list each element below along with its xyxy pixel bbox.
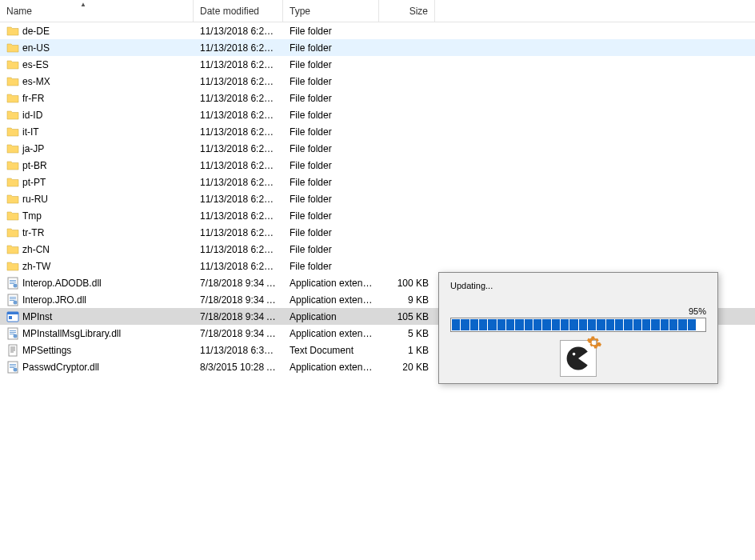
file-row[interactable]: de-DE11/13/2018 6:29 PMFile folder xyxy=(0,22,755,39)
svg-point-27 xyxy=(14,367,18,371)
file-type: File folder xyxy=(283,177,379,188)
file-row[interactable]: fr-FR11/13/2018 6:29 PMFile folder xyxy=(0,90,755,106)
file-row[interactable]: es-ES11/13/2018 6:29 PMFile folder xyxy=(0,56,755,73)
progress-percent-label: 95% xyxy=(450,306,706,316)
column-header-date[interactable]: Date modified xyxy=(194,0,283,22)
svg-rect-26 xyxy=(10,367,14,368)
svg-rect-2 xyxy=(10,282,16,282)
progress-segment xyxy=(452,319,460,330)
file-name: es-MX xyxy=(22,76,50,87)
file-row[interactable]: ja-JP11/13/2018 6:29 PMFile folder xyxy=(0,140,755,157)
svg-rect-1 xyxy=(10,280,16,281)
svg-point-17 xyxy=(14,334,18,338)
file-row[interactable]: pt-PT11/13/2018 6:29 PMFile folder xyxy=(0,174,755,190)
folder-icon xyxy=(6,176,19,189)
file-type: Application extens... xyxy=(283,328,379,339)
folder-icon xyxy=(6,42,19,54)
file-row[interactable]: id-ID11/13/2018 6:29 PMFile folder xyxy=(0,106,755,123)
file-name: pt-PT xyxy=(22,177,46,188)
file-type: File folder xyxy=(283,26,379,37)
file-date: 11/13/2018 6:29 PM xyxy=(194,244,283,255)
file-type: File folder xyxy=(283,42,379,54)
file-type: File folder xyxy=(283,261,379,272)
file-name: ja-JP xyxy=(22,143,44,154)
file-name: MPInst xyxy=(22,311,52,322)
file-date: 11/13/2018 6:29 PM xyxy=(194,227,283,238)
folder-icon xyxy=(6,226,19,239)
file-row[interactable]: it-IT11/13/2018 6:29 PMFile folder xyxy=(0,123,755,140)
progress-segment xyxy=(697,319,705,330)
column-header-type[interactable]: Type xyxy=(283,0,379,22)
file-date: 11/13/2018 6:29 PM xyxy=(194,93,283,104)
progress-segment xyxy=(669,319,677,330)
file-type: File folder xyxy=(283,143,379,154)
file-name: zh-CN xyxy=(22,244,50,255)
column-header-label: Type xyxy=(290,6,310,17)
progress-segment xyxy=(588,319,596,330)
folder-icon xyxy=(6,260,19,273)
file-type: File folder xyxy=(283,194,379,205)
file-type: File folder xyxy=(283,126,379,138)
folder-icon xyxy=(6,58,19,71)
gear-icon xyxy=(586,334,602,350)
file-name: PasswdCryptor.dll xyxy=(22,362,99,373)
progress-segment xyxy=(470,319,478,330)
svg-point-9 xyxy=(14,300,18,304)
file-size: 9 KB xyxy=(379,294,435,306)
column-header-label: Size xyxy=(409,6,428,17)
folder-icon xyxy=(6,210,19,222)
file-row[interactable]: tr-TR11/13/2018 6:29 PMFile folder xyxy=(0,224,755,241)
svg-rect-25 xyxy=(10,366,16,366)
file-row[interactable]: Tmp11/13/2018 6:29 PMFile folder xyxy=(0,207,755,224)
file-name: Interop.ADODB.dll xyxy=(22,278,102,289)
file-date: 11/13/2018 6:29 PM xyxy=(194,210,283,222)
file-name: en-US xyxy=(22,42,50,54)
file-type: File folder xyxy=(283,210,379,222)
file-type: File folder xyxy=(283,76,379,87)
progress-segment xyxy=(533,319,541,330)
file-date: 8/3/2015 10:28 AM xyxy=(194,362,283,373)
file-name: de-DE xyxy=(22,26,50,37)
file-date: 11/13/2018 6:29 PM xyxy=(194,26,283,37)
file-row[interactable]: pt-BR11/13/2018 6:29 PMFile folder xyxy=(0,157,755,174)
progress-segment xyxy=(579,319,587,330)
file-name: Tmp xyxy=(22,210,42,222)
dll-icon xyxy=(6,361,19,374)
svg-rect-3 xyxy=(10,283,14,284)
file-name: zh-TW xyxy=(22,261,50,272)
folder-icon xyxy=(6,126,19,138)
dialog-icon-wrap xyxy=(450,340,706,377)
progress-segment xyxy=(461,319,469,330)
progress-segment xyxy=(515,319,523,330)
svg-rect-7 xyxy=(10,298,16,299)
folder-icon xyxy=(6,92,19,105)
progress-segment xyxy=(569,319,577,330)
file-name: id-ID xyxy=(22,110,42,121)
folder-icon xyxy=(6,25,19,38)
column-headers: Name ▲ Date modified Type Size xyxy=(0,0,755,22)
file-size: 105 KB xyxy=(379,311,435,322)
file-type: File folder xyxy=(283,160,379,171)
file-date: 7/18/2018 9:34 AM xyxy=(194,311,283,322)
svg-rect-15 xyxy=(10,332,16,333)
file-row[interactable]: zh-CN11/13/2018 6:29 PMFile folder xyxy=(0,241,755,258)
file-name: es-ES xyxy=(22,59,49,70)
progress-bar xyxy=(450,318,706,332)
file-type: File folder xyxy=(283,59,379,70)
file-row[interactable]: en-US11/13/2018 6:29 PMFile folder xyxy=(0,39,755,56)
file-date: 11/13/2018 6:29 PM xyxy=(194,143,283,154)
column-header-label: Date modified xyxy=(200,6,259,17)
file-type: Text Document xyxy=(283,345,379,356)
progress-segment xyxy=(488,319,496,330)
dll-icon xyxy=(6,294,19,306)
file-date: 11/13/2018 6:29 PM xyxy=(194,42,283,54)
column-header-name[interactable]: Name ▲ xyxy=(0,0,194,22)
progress-segment xyxy=(552,319,560,330)
file-row[interactable]: es-MX11/13/2018 6:29 PMFile folder xyxy=(0,73,755,90)
column-header-size[interactable]: Size xyxy=(379,0,435,22)
update-progress-dialog: Updating... 95% xyxy=(438,272,718,384)
app-icon xyxy=(6,310,19,323)
file-row[interactable]: ru-RU11/13/2018 6:29 PMFile folder xyxy=(0,190,755,207)
file-date: 11/13/2018 6:29 PM xyxy=(194,76,283,87)
file-name: MPInstallMsgLibrary.dll xyxy=(22,328,121,339)
